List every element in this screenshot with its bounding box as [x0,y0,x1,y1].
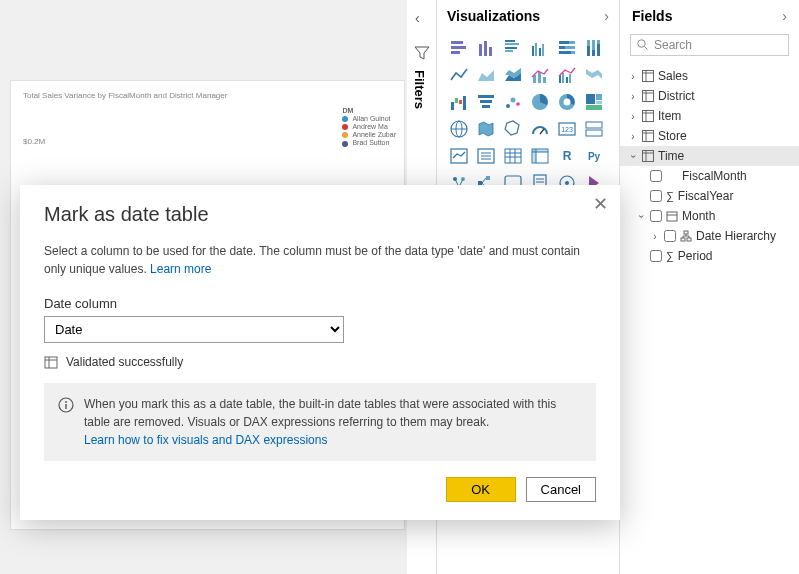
slicer-icon[interactable] [474,144,498,168]
table-store[interactable]: › Store [620,126,799,146]
svg-line-83 [482,178,486,183]
pie-icon[interactable] [528,90,552,114]
clustered-bar-icon[interactable] [501,36,525,60]
validation-status: Validated successfully [44,355,596,369]
hundred-bar-icon[interactable] [555,36,579,60]
svg-point-45 [564,99,571,106]
field-checkbox[interactable] [650,250,662,262]
svg-rect-63 [505,149,521,163]
visualizations-title: Visualizations [447,8,540,24]
table-sales[interactable]: › Sales [620,66,799,86]
scatter-icon[interactable] [501,90,525,114]
field-checkbox[interactable] [650,170,662,182]
svg-rect-35 [459,100,462,104]
svg-line-92 [645,47,648,50]
card-icon[interactable]: 123 [555,117,579,141]
svg-rect-0 [451,41,463,44]
stacked-area-icon[interactable] [501,63,525,87]
clustered-column-icon[interactable] [528,36,552,60]
close-button[interactable]: ✕ [593,193,608,215]
calendar-icon [666,210,678,222]
table-item[interactable]: › Item [620,106,799,126]
table-icon[interactable] [501,144,525,168]
multirow-card-icon[interactable] [582,117,606,141]
date-table-icon [44,355,58,369]
fix-visuals-link[interactable]: Learn how to fix visuals and DAX express… [84,433,327,447]
svg-point-91 [638,40,646,48]
svg-rect-96 [643,91,654,102]
ok-button[interactable]: OK [446,477,516,502]
line-chart-icon[interactable] [447,63,471,87]
field-date-hierarchy[interactable]: › Date Hierarchy [620,226,799,246]
table-time[interactable]: › Time [620,146,799,166]
expand-icon: › [650,231,660,242]
field-checkbox[interactable] [664,230,676,242]
svg-point-40 [506,104,510,108]
svg-point-41 [511,98,516,103]
svg-rect-25 [597,40,600,44]
filled-map-icon[interactable] [474,117,498,141]
filters-label: Filters [412,70,427,109]
field-month[interactable]: › Month [620,206,799,226]
field-fiscalyear[interactable]: ∑ FiscalYear [620,186,799,206]
kpi-icon[interactable] [447,144,471,168]
fields-pane: Fields › Search › Sales › District › Ite… [620,0,799,574]
shape-map-icon[interactable] [501,117,525,141]
svg-text:123: 123 [561,126,573,133]
svg-rect-13 [542,44,544,56]
chart-legend: DM Allan Guinot Andrew Ma Annelie Zubar … [342,106,396,148]
svg-rect-5 [489,47,492,56]
svg-text:R: R [563,149,572,163]
expand-filters-icon[interactable]: ‹ [415,10,420,26]
python-visual-icon[interactable]: Py [582,144,606,168]
table-icon [642,150,654,162]
svg-rect-111 [681,238,685,241]
field-checkbox[interactable] [650,210,662,222]
dialog-title: Mark as date table [44,203,596,226]
field-checkbox[interactable] [650,190,662,202]
donut-icon[interactable] [555,90,579,114]
svg-rect-27 [538,72,541,83]
stacked-column-icon[interactable] [474,36,498,60]
svg-rect-33 [451,102,454,110]
date-column-select[interactable]: Date [44,316,344,343]
svg-rect-11 [535,43,537,56]
table-district[interactable]: › District [620,86,799,106]
svg-rect-70 [532,149,536,163]
svg-rect-81 [486,176,490,180]
svg-rect-34 [455,98,458,103]
field-fiscalmonth[interactable]: FiscalMonth [620,166,799,186]
r-visual-icon[interactable]: R [555,144,579,168]
svg-rect-58 [451,149,467,163]
gauge-icon[interactable] [528,117,552,141]
svg-point-121 [65,401,67,403]
chart-title: Total Sales Variance by FiscalMonth and … [11,81,404,100]
funnel-icon[interactable] [474,90,498,114]
svg-rect-36 [463,96,466,110]
svg-rect-99 [643,111,654,122]
svg-text:Py: Py [588,151,601,162]
waterfall-icon[interactable] [447,90,471,114]
collapse-icon: › [628,151,639,161]
treemap-icon[interactable] [582,90,606,114]
svg-rect-19 [571,51,575,54]
svg-rect-9 [505,50,513,52]
info-box: When you mark this as a date table, the … [44,383,596,461]
learn-more-link[interactable]: Learn more [150,262,211,276]
field-period[interactable]: ∑ Period [620,246,799,266]
fields-search[interactable]: Search [630,34,789,56]
line-stacked-column-icon[interactable] [528,63,552,87]
area-chart-icon[interactable] [474,63,498,87]
cancel-button[interactable]: Cancel [526,477,596,502]
map-icon[interactable] [447,117,471,141]
svg-rect-28 [543,77,546,83]
expand-icon: › [628,131,638,142]
collapse-viz-icon[interactable]: › [604,8,609,24]
svg-rect-39 [482,105,490,108]
hundred-column-icon[interactable] [582,36,606,60]
matrix-icon[interactable] [528,144,552,168]
ribbon-chart-icon[interactable] [582,63,606,87]
collapse-fields-icon[interactable]: › [782,8,787,24]
stacked-bar-icon[interactable] [447,36,471,60]
line-clustered-column-icon[interactable] [555,63,579,87]
